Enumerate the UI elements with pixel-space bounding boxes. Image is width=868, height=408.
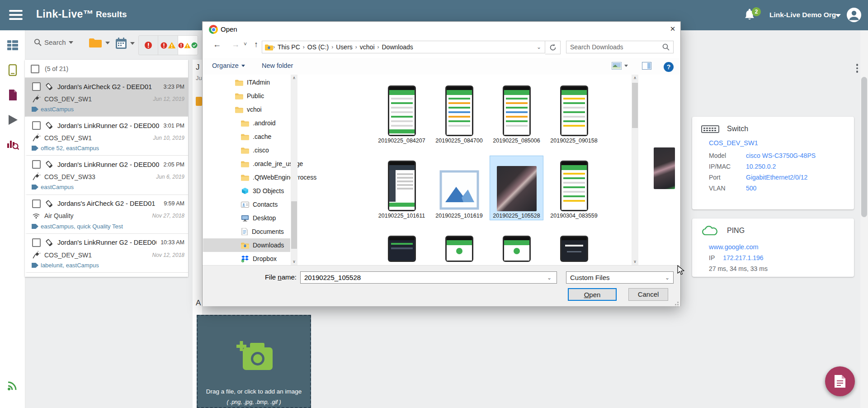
file-item[interactable]: 20190225_085006: [490, 81, 543, 145]
tree-scrollbar-thumb[interactable]: [291, 201, 297, 249]
filename-input[interactable]: [300, 271, 557, 284]
result-item[interactable]: Jordan's LinkRunner G2 - DEED003:01 PMCO…: [25, 117, 188, 156]
file-item[interactable]: 20190225_101619: [433, 156, 486, 220]
tree-item-dropbox[interactable]: Dropbox: [203, 252, 290, 265]
grid-scrollbar-thumb[interactable]: [632, 83, 638, 128]
tree-item-itadmin[interactable]: ITAdmin: [203, 76, 290, 89]
result-item[interactable]: Jordan's LinkRunner G2 - DEED0010:33 AMC…: [25, 234, 188, 273]
file-item[interactable]: 20190225_101611: [375, 156, 428, 220]
filter-all-status[interactable]: [178, 36, 198, 55]
breadcrumb-item[interactable]: OS (C:): [305, 43, 331, 51]
ping-host-link[interactable]: www.google.com: [709, 243, 759, 251]
result-checkbox[interactable]: [32, 160, 41, 169]
file-item[interactable]: [490, 236, 543, 262]
address-dropdown-chevron[interactable]: ⌄: [537, 44, 541, 50]
ping-ip-value[interactable]: 172.217.1.196: [723, 254, 764, 261]
organize-menu[interactable]: Organize: [212, 62, 245, 69]
new-folder-button[interactable]: New folder: [262, 62, 293, 69]
switch-name-link[interactable]: COS_DEV_SW1: [709, 139, 758, 147]
filename-dropdown-chevron[interactable]: ⌄: [547, 275, 552, 281]
up-button[interactable]: ↑: [254, 40, 258, 49]
result-checkbox[interactable]: [32, 238, 41, 247]
resize-grip[interactable]: [674, 302, 679, 307]
filetype-select[interactable]: Custom Files⌄: [566, 271, 674, 284]
breadcrumb-item[interactable]: Users: [333, 43, 355, 51]
tree-item-documents[interactable]: Documents: [203, 225, 290, 238]
select-all-checkbox[interactable]: [31, 65, 39, 73]
refresh-button[interactable]: [545, 41, 561, 54]
result-checkbox[interactable]: [32, 199, 41, 208]
tree-item-public[interactable]: Public: [203, 89, 290, 103]
file-item[interactable]: [433, 236, 486, 262]
tree-item--oracle-jre-usage[interactable]: .oracle_jre_usage: [203, 157, 290, 171]
nav-results[interactable]: Results: [96, 9, 127, 19]
file-item[interactable]: 20190225_090158: [547, 81, 600, 145]
breadcrumb-item[interactable]: vchoi: [357, 43, 377, 51]
tree-item--android[interactable]: .android: [203, 116, 290, 130]
report-fab[interactable]: [825, 366, 855, 396]
page-scrollbar-thumb[interactable]: [861, 77, 867, 217]
image-dropzone[interactable]: Drag a file, or click to add an image ( …: [197, 315, 311, 408]
thumbnail-view-button[interactable]: [612, 62, 628, 70]
tree-item-contacts[interactable]: Contacts: [203, 198, 290, 211]
org-selector[interactable]: Link-Live Demo Org: [769, 11, 836, 19]
filter-failed[interactable]: [139, 36, 158, 55]
detail-value[interactable]: GigabitEthernet2/0/12: [746, 174, 807, 181]
recent-locations-chevron[interactable]: ˅: [244, 41, 247, 47]
result-checkbox[interactable]: [32, 82, 41, 91]
folder-filter[interactable]: [89, 38, 110, 48]
tree-item-3d-objects[interactable]: 3D Objects: [203, 184, 290, 198]
rss-icon[interactable]: [7, 380, 19, 391]
file-item[interactable]: 20190304_083559: [547, 156, 600, 220]
forward-button[interactable]: →: [231, 40, 240, 49]
preview-pane-button[interactable]: [642, 62, 651, 70]
tree-item--cache[interactable]: .cache: [203, 130, 290, 143]
detail-value[interactable]: cisco WS-C3750G-48PS: [746, 152, 816, 159]
ping-ip-row: IP 172.217.1.196: [709, 254, 764, 261]
cancel-button[interactable]: Cancel: [628, 288, 668, 301]
tree-item-vchoi[interactable]: vchoi: [203, 103, 290, 116]
tree-item-downloads[interactable]: Downloads: [203, 238, 290, 252]
error-icon: [178, 43, 184, 48]
grid-scrollbar[interactable]: ∧ ∨: [632, 75, 638, 265]
open-button[interactable]: Open: [568, 288, 617, 301]
file-item[interactable]: [547, 236, 600, 262]
tree-item--cisco[interactable]: .cisco: [203, 143, 290, 157]
result-checkbox[interactable]: [32, 121, 41, 130]
folder-icon: [241, 120, 249, 127]
search-control[interactable]: Search: [34, 38, 73, 46]
file-item[interactable]: [375, 236, 428, 262]
file-item[interactable]: 20190225_084700: [433, 81, 486, 145]
breadcrumb-item[interactable]: This PC: [275, 43, 303, 51]
file-item[interactable]: 20190225_084207: [375, 81, 428, 145]
tree-item-desktop[interactable]: Desktop: [203, 211, 290, 225]
detail-value[interactable]: 500: [746, 185, 756, 192]
address-bar[interactable]: ›This PC›OS (C:)›Users›vchoi›Downloads ⌄: [262, 41, 545, 53]
avatar[interactable]: [846, 7, 862, 24]
tree-scrollbar[interactable]: ∧ ∨: [291, 75, 297, 265]
menu-icon[interactable]: [9, 10, 23, 20]
result-item[interactable]: Jordan's AirCheck G2 - DEED013:23 PMCOS_…: [25, 78, 188, 117]
play-icon[interactable]: [7, 114, 19, 126]
close-icon[interactable]: ✕: [667, 25, 678, 35]
calendar-filter[interactable]: [115, 38, 135, 49]
filter-failed-warning[interactable]: [158, 36, 178, 55]
chart-search-icon[interactable]: [7, 138, 19, 150]
file-item[interactable]: 20190225_105528: [490, 156, 543, 220]
result-item[interactable]: Jordan's LinkRunner G2 - DEED002:05 PMCO…: [25, 156, 188, 195]
dialog-titlebar[interactable]: Open ✕: [203, 22, 680, 37]
chrome-icon: [209, 25, 218, 34]
tree-item--qtwebengineprocess[interactable]: .QtWebEngineProcess: [203, 171, 290, 184]
result-tags: eastCampus, quick Quality Test: [41, 223, 123, 230]
detail-value[interactable]: 10.250.0.2: [746, 163, 776, 170]
device-phone-icon[interactable]: [7, 64, 19, 76]
breadcrumb-item[interactable]: Downloads: [379, 43, 416, 51]
dialog-search-input[interactable]: [566, 43, 662, 51]
back-button[interactable]: ←: [213, 40, 221, 49]
dialog-body: ITAdminPublicvchoi.android.cache.cisco.o…: [203, 75, 680, 265]
result-item[interactable]: Jordans's AirCheck G2 - DEED019:59 AMAir…: [25, 195, 188, 234]
chevron-down-icon[interactable]: [835, 14, 841, 17]
document-icon[interactable]: [7, 89, 19, 101]
help-button[interactable]: ?: [664, 62, 674, 72]
results-grid-icon[interactable]: [7, 39, 19, 51]
